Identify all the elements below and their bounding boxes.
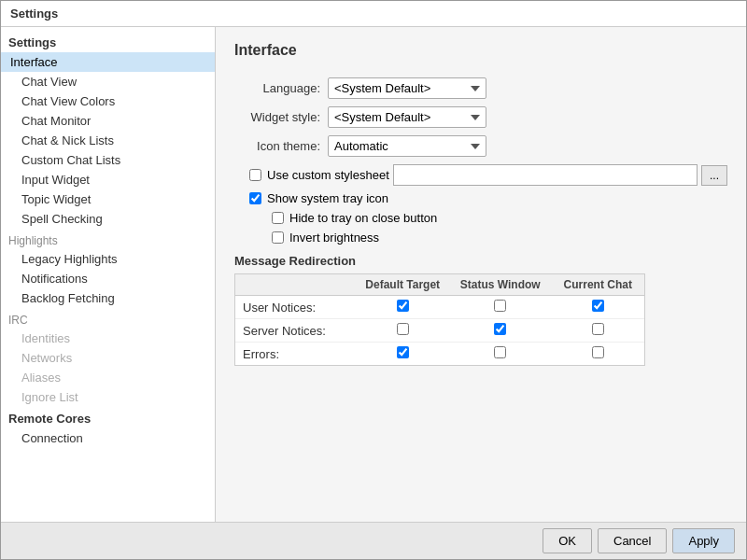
- mr-cell-0-0[interactable]: [356, 300, 449, 315]
- sidebar-item-notifications[interactable]: Notifications: [1, 269, 215, 288]
- message-redirection-table: Default Target Status Window Current Cha…: [234, 273, 645, 366]
- custom-stylesheet-label[interactable]: Use custom stylesheet: [267, 168, 389, 182]
- hide-to-tray-row: Hide to tray on close button: [234, 211, 727, 225]
- sidebar-item-spell-checking[interactable]: Spell Checking: [1, 209, 215, 229]
- mr-cell-1-1[interactable]: [449, 323, 551, 338]
- widget-style-row: Widget style: <System Default>: [234, 106, 727, 128]
- sidebar-item-chat-nick-lists[interactable]: Chat & Nick Lists: [1, 131, 215, 150]
- sidebar-item-settings: Settings: [1, 31, 215, 52]
- icon-theme-label: Icon theme:: [234, 139, 328, 153]
- invert-brightness-checkbox[interactable]: [272, 231, 284, 244]
- content-area: SettingsInterfaceChat ViewChat View Colo…: [1, 27, 746, 522]
- sidebar-item-interface[interactable]: Interface: [1, 52, 215, 72]
- language-select[interactable]: <System Default>: [328, 77, 486, 99]
- sidebar-item-legacy-highlights[interactable]: Legacy Highlights: [1, 249, 215, 269]
- sidebar-item-backlog-fetching[interactable]: Backlog Fetching: [1, 288, 215, 308]
- mr-header-row: Default Target Status Window Current Cha…: [235, 274, 644, 296]
- sidebar-item-chat-view-colors[interactable]: Chat View Colors: [1, 91, 215, 111]
- sidebar-item-aliases[interactable]: Aliases: [1, 368, 215, 387]
- language-label: Language:: [234, 81, 328, 95]
- custom-stylesheet-row: Use custom stylesheet ...: [234, 164, 727, 186]
- ok-button[interactable]: OK: [543, 528, 592, 553]
- sidebar-item-ignore-list[interactable]: Ignore List: [1, 387, 215, 407]
- bottom-bar: OK Cancel Apply: [1, 522, 746, 559]
- invert-brightness-label[interactable]: Invert brightness: [289, 231, 379, 245]
- sidebar-item-chat-monitor[interactable]: Chat Monitor: [1, 111, 215, 131]
- mr-col-header-3: Current Chat: [551, 278, 644, 291]
- sidebar-item-highlights-label: Highlights: [1, 229, 215, 249]
- mr-cell-2-2[interactable]: [551, 346, 644, 361]
- mr-cell-1-0[interactable]: [356, 323, 449, 338]
- mr-col-header-1: Default Target: [356, 278, 449, 291]
- sidebar-item-networks[interactable]: Networks: [1, 348, 215, 368]
- sidebar-item-identities[interactable]: Identities: [1, 329, 215, 348]
- system-tray-checkbox[interactable]: [249, 192, 261, 204]
- apply-button[interactable]: Apply: [672, 528, 735, 553]
- sidebar-item-topic-widget[interactable]: Topic Widget: [1, 189, 215, 209]
- invert-brightness-row: Invert brightness: [234, 231, 727, 245]
- mr-row-label-0: User Notices:: [235, 301, 356, 315]
- widget-style-label: Widget style:: [234, 110, 328, 124]
- stylesheet-browse-button[interactable]: ...: [701, 165, 727, 186]
- main-panel: Interface Language: <System Default> Wid…: [216, 27, 746, 522]
- hide-to-tray-checkbox[interactable]: [272, 212, 284, 224]
- mr-cell-0-2[interactable]: [551, 300, 644, 315]
- mr-row-2: Errors:: [235, 343, 644, 365]
- sidebar-item-connection[interactable]: Connection: [1, 428, 215, 448]
- sidebar-item-irc-label: IRC: [1, 308, 215, 329]
- mr-cell-0-1[interactable]: [449, 300, 551, 315]
- mr-col-header-0: [235, 278, 356, 291]
- mr-cell-1-2[interactable]: [551, 323, 644, 338]
- stylesheet-input[interactable]: [393, 164, 698, 186]
- mr-rows: User Notices:Server Notices:Errors:: [235, 296, 644, 365]
- custom-stylesheet-checkbox[interactable]: [249, 169, 261, 181]
- language-row: Language: <System Default>: [234, 77, 727, 99]
- mr-cell-2-0[interactable]: [356, 346, 449, 361]
- title-text: Settings: [10, 7, 58, 21]
- cancel-button[interactable]: Cancel: [598, 528, 667, 553]
- title-bar: Settings: [1, 1, 746, 27]
- sidebar-item-custom-chat-lists[interactable]: Custom Chat Lists: [1, 150, 215, 170]
- sidebar-item-remote-cores: Remote Cores: [1, 407, 215, 428]
- sidebar-item-input-widget[interactable]: Input Widget: [1, 170, 215, 189]
- mr-row-1: Server Notices:: [235, 319, 644, 343]
- system-tray-label[interactable]: Show system tray icon: [267, 191, 388, 205]
- mr-cell-2-1[interactable]: [449, 346, 551, 361]
- mr-row-label-1: Server Notices:: [235, 324, 356, 338]
- mr-row-0: User Notices:: [235, 296, 644, 319]
- settings-window: Settings SettingsInterfaceChat ViewChat …: [0, 0, 747, 560]
- message-redirection-title: Message Redirection: [234, 254, 727, 268]
- mr-row-label-2: Errors:: [235, 347, 356, 361]
- system-tray-row: Show system tray icon: [234, 191, 727, 205]
- sidebar-item-chat-view[interactable]: Chat View: [1, 72, 215, 91]
- panel-title: Interface: [234, 42, 727, 64]
- icon-theme-row: Icon theme: Automatic: [234, 135, 727, 157]
- hide-to-tray-label[interactable]: Hide to tray on close button: [289, 211, 437, 225]
- icon-theme-select[interactable]: Automatic: [328, 135, 486, 157]
- widget-style-select[interactable]: <System Default>: [328, 106, 486, 128]
- sidebar: SettingsInterfaceChat ViewChat View Colo…: [1, 27, 216, 522]
- mr-col-header-2: Status Window: [449, 278, 551, 291]
